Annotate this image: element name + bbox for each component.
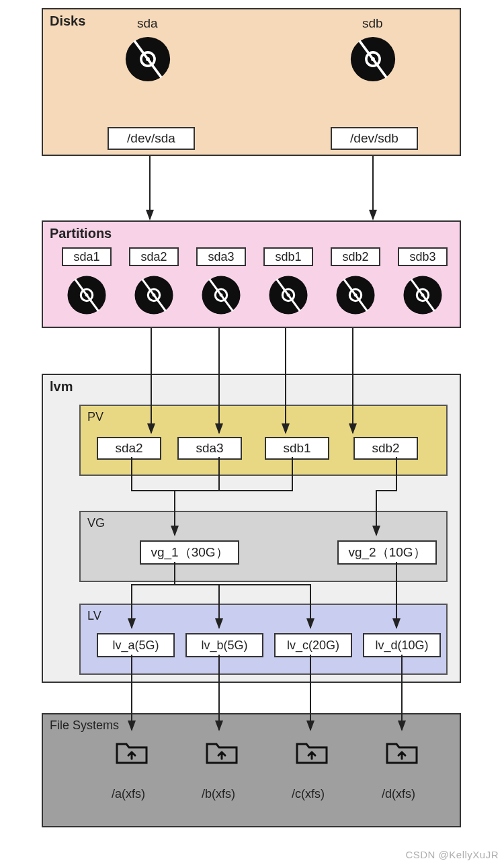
disk-icon [200, 274, 242, 316]
partition-box: sdb1 [263, 247, 313, 266]
disk-icon [402, 274, 444, 316]
pv-box: sda3 [177, 437, 242, 460]
vg-box: vg_2（10G） [337, 540, 437, 565]
disks-title: Disks [50, 13, 85, 29]
lvm-title: lvm [50, 379, 73, 395]
partitions-title: Partitions [50, 226, 112, 241]
pv-label: PV [87, 410, 103, 424]
disk-icon [267, 274, 309, 316]
svg-point-31 [421, 294, 425, 297]
pv-box: sda2 [97, 437, 161, 460]
lv-box: lv_c(20G) [274, 633, 352, 657]
vg-panel: VG vg_1（30G）vg_2（10G） [79, 511, 448, 582]
folder-up-icon [116, 739, 148, 766]
svg-point-19 [220, 294, 223, 297]
disk-path-box: /dev/sda [108, 127, 195, 150]
pv-panel: PV sda2sda3sdb1sdb2 [79, 405, 448, 476]
svg-point-7 [371, 57, 375, 61]
svg-point-11 [85, 294, 89, 297]
disk-icon [124, 35, 172, 83]
lv-label: LV [87, 609, 101, 623]
folder-up-icon [206, 739, 238, 766]
svg-point-23 [287, 294, 290, 297]
lv-box: lv_a(5G) [97, 633, 175, 657]
partition-box: sda3 [196, 247, 246, 266]
disk-path-label: /dev/sdb [350, 131, 398, 146]
disk-icon [133, 274, 175, 316]
lv-box: lv_b(5G) [185, 633, 263, 657]
svg-point-15 [153, 294, 156, 297]
fs-label: /c(xfs) [292, 787, 325, 801]
lv-box: lv_d(10G) [363, 633, 441, 657]
lvm-panel: lvm PV sda2sda3sdb1sdb2 VG vg_1（30G）vg_2… [42, 374, 461, 683]
folder-up-icon [296, 739, 328, 766]
fs-panel: File Systems /a(xfs)/b(xfs)/c(xfs)/d(xfs… [42, 713, 461, 827]
pv-box: sdb1 [265, 437, 329, 460]
fs-label: /d(xfs) [382, 787, 415, 801]
svg-point-27 [354, 294, 358, 297]
vg-box: vg_1（30G） [140, 540, 239, 565]
disk-path-label: /dev/sda [127, 131, 175, 146]
watermark: CSDN @KellyXuJR [405, 849, 499, 860]
partition-box: sdb3 [398, 247, 448, 266]
folder-up-icon [386, 739, 418, 766]
disk-icon [66, 274, 108, 316]
disk-path-box: /dev/sdb [331, 127, 418, 150]
svg-point-3 [146, 57, 150, 61]
disk-icon [349, 35, 397, 83]
fs-label: /a(xfs) [112, 787, 145, 801]
disks-panel: Disks sda /dev/sda sdb /dev/sdb [42, 8, 461, 156]
fs-label: /b(xfs) [202, 787, 235, 801]
pv-box: sdb2 [353, 437, 418, 460]
partitions-panel: Partitions sda1sda2sda3sdb1sdb2sdb3 [42, 220, 461, 328]
partition-box: sda1 [62, 247, 112, 266]
lv-panel: LV lv_a(5G)lv_b(5G)lv_c(20G)lv_d(10G) [79, 604, 448, 675]
fs-title: File Systems [50, 718, 119, 733]
partition-box: sda2 [129, 247, 179, 266]
disk-sda-label: sda [137, 16, 158, 31]
disk-sdb-label: sdb [362, 16, 383, 31]
disk-icon [335, 274, 376, 316]
partition-box: sdb2 [331, 247, 380, 266]
vg-label: VG [87, 516, 105, 530]
